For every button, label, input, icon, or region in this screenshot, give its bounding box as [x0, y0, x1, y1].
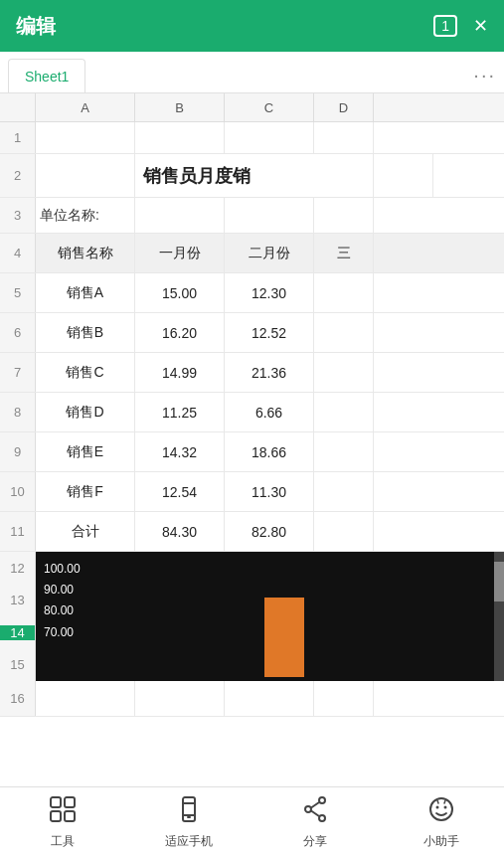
cell-10-d[interactable]: 11.30: [225, 472, 314, 511]
chart-y-label-100: 100.00: [44, 560, 81, 579]
cell-4-d[interactable]: 二月份: [225, 234, 314, 272]
top-bar-title: 编辑: [16, 13, 56, 40]
nav-tools-label: 工具: [51, 833, 75, 850]
svg-rect-3: [65, 811, 75, 821]
cell-5-d[interactable]: 12.30: [225, 273, 314, 312]
table-row: 6 销售B 16.20 12.52: [0, 313, 504, 353]
nav-tools[interactable]: 工具: [33, 795, 92, 850]
cell-8-c[interactable]: 11.25: [135, 393, 225, 431]
cell-3-c[interactable]: [135, 198, 225, 233]
cell-7-e[interactable]: [314, 353, 374, 392]
top-bar: 编辑 1 ✕: [0, 0, 504, 52]
table-row: 3 单位名称:: [0, 198, 504, 234]
cell-5-e[interactable]: [314, 273, 374, 312]
cell-4-c[interactable]: 一月份: [135, 234, 225, 272]
row-num-16: 16: [0, 681, 36, 716]
col-header-b: B: [135, 93, 225, 121]
cell-10-c[interactable]: 12.54: [135, 472, 225, 511]
table-row: 10 销售F 12.54 11.30: [0, 472, 504, 512]
cell-7-c[interactable]: 14.99: [135, 353, 225, 392]
sheet-tab[interactable]: Sheet1: [8, 59, 85, 92]
top-bar-num[interactable]: 1: [433, 15, 457, 37]
cell-8-d[interactable]: 6.66: [225, 393, 314, 431]
cell-1-d[interactable]: [225, 122, 314, 153]
chart-area: 12 13 14 15 100.00 90.00 80.00 70.00: [0, 552, 504, 681]
cell-5-c[interactable]: 15.00: [135, 273, 225, 312]
chart-y-labels: 100.00 90.00 80.00 70.00: [44, 560, 81, 642]
cell-6-b[interactable]: 销售B: [36, 313, 135, 352]
nav-adapt[interactable]: 适应手机: [159, 795, 219, 850]
cell-16-e[interactable]: [314, 681, 374, 716]
svg-point-9: [319, 815, 325, 821]
cell-11-b[interactable]: 合计: [36, 512, 135, 551]
col-header-d: D: [314, 93, 374, 121]
cell-9-d[interactable]: 18.66: [225, 432, 314, 471]
svg-line-11: [311, 802, 319, 808]
cell-3-e[interactable]: [314, 198, 374, 233]
col-headers: A B C D: [0, 93, 504, 122]
cell-16-c[interactable]: [135, 681, 225, 716]
tools-icon: [49, 795, 77, 829]
nav-adapt-label: 适应手机: [165, 833, 213, 850]
svg-point-8: [319, 797, 325, 803]
chart-scrollbar[interactable]: [494, 552, 504, 681]
table-row-16: 16: [0, 681, 504, 717]
row-num-5: 5: [0, 273, 36, 312]
cell-16-b[interactable]: [36, 681, 135, 716]
row-num-1: 1: [0, 122, 36, 153]
chart-bar-orange: [264, 598, 304, 677]
row-num-13: 13: [0, 593, 35, 607]
cell-1-e[interactable]: [314, 122, 374, 153]
cell-6-c[interactable]: 16.20: [135, 313, 225, 352]
sheet-tab-more-icon[interactable]: ···: [473, 64, 496, 92]
cell-2-b[interactable]: [36, 154, 135, 197]
cell-8-b[interactable]: 销售D: [36, 393, 135, 431]
sheet-tab-label: Sheet1: [25, 69, 69, 85]
cell-7-b[interactable]: 销售C: [36, 353, 135, 392]
table-row: 8 销售D 11.25 6.66: [0, 393, 504, 432]
cell-3-b[interactable]: 单位名称:: [36, 198, 135, 233]
cell-8-e[interactable]: [314, 393, 374, 431]
cell-3-d[interactable]: [225, 198, 314, 233]
row-num-14: 14: [0, 625, 35, 640]
cell-5-b[interactable]: 销售A: [36, 273, 135, 312]
svg-rect-2: [51, 811, 61, 821]
cell-9-c[interactable]: 14.32: [135, 432, 225, 471]
cell-10-b[interactable]: 销售F: [36, 472, 135, 511]
nav-assistant-label: 小助手: [423, 833, 459, 850]
chart-scroll-thumb[interactable]: [494, 562, 504, 601]
spreadsheet: 1 2 销售员月度销 3 单位名称: 4 销售名称 一月份 二月份 三 5 销售…: [0, 122, 504, 552]
table-row: 1: [0, 122, 504, 154]
cell-11-e[interactable]: [314, 512, 374, 551]
cell-6-e[interactable]: [314, 313, 374, 352]
nav-share[interactable]: 分享: [285, 795, 345, 850]
svg-rect-0: [51, 797, 61, 807]
cell-2-e[interactable]: [374, 154, 433, 197]
col-header-c: C: [225, 93, 314, 121]
cell-11-d[interactable]: 82.80: [225, 512, 314, 551]
svg-point-10: [305, 806, 311, 812]
cell-4-e[interactable]: 三: [314, 234, 374, 272]
row-num-3: 3: [0, 198, 36, 233]
cell-1-b[interactable]: [36, 122, 135, 153]
row-num-2: 2: [0, 154, 36, 197]
table-row: 4 销售名称 一月份 二月份 三: [0, 234, 504, 273]
nav-assistant[interactable]: 小助手: [412, 795, 471, 850]
cell-4-b[interactable]: 销售名称: [36, 234, 135, 272]
cell-7-d[interactable]: 21.36: [225, 353, 314, 392]
cell-6-d[interactable]: 12.52: [225, 313, 314, 352]
cell-16-d[interactable]: [225, 681, 314, 716]
table-row: 11 合计 84.30 82.80: [0, 512, 504, 552]
row-num-7: 7: [0, 353, 36, 392]
cell-2-title[interactable]: 销售员月度销: [135, 154, 374, 197]
cell-9-e[interactable]: [314, 432, 374, 471]
cell-10-e[interactable]: [314, 472, 374, 511]
chart-y-label-70: 70.00: [44, 623, 81, 642]
sheet-tab-bar: Sheet1 ···: [0, 52, 504, 93]
svg-point-14: [435, 806, 438, 809]
cell-11-c[interactable]: 84.30: [135, 512, 225, 551]
cell-1-c[interactable]: [135, 122, 225, 153]
chart-content: 100.00 90.00 80.00 70.00: [36, 552, 494, 681]
close-icon[interactable]: ✕: [473, 15, 488, 37]
cell-9-b[interactable]: 销售E: [36, 432, 135, 471]
